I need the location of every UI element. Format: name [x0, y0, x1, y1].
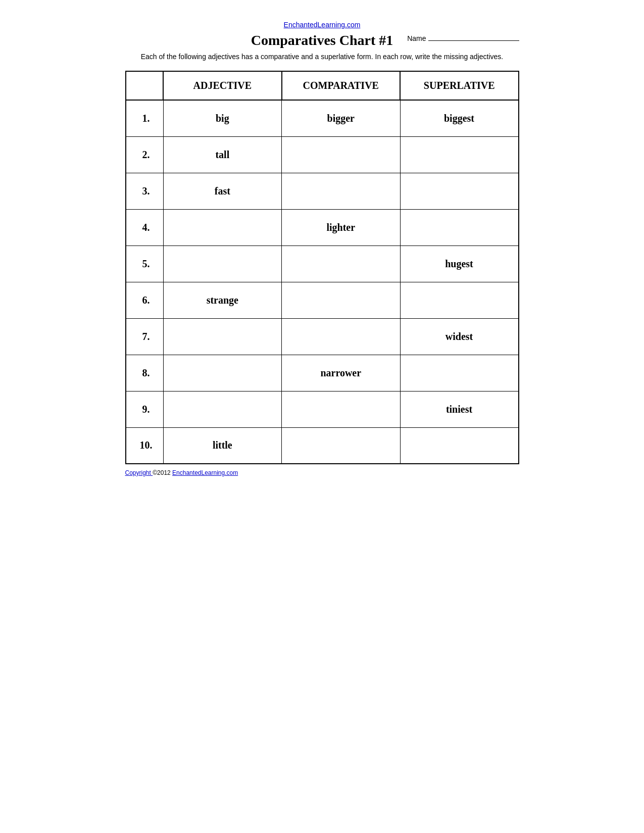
cell-comparative	[282, 246, 400, 282]
copyright-year: ©2012	[153, 469, 171, 476]
row-number: 9.	[126, 391, 164, 427]
site-link[interactable]: EnchantedLearning.com	[125, 20, 519, 29]
cell-adjective	[163, 391, 281, 427]
cell-comparative	[282, 391, 400, 427]
cell-adjective: tall	[163, 136, 281, 173]
chart-table: ADJECTIVE COMPARATIVE SUPERLATIVE 1.bigb…	[125, 71, 519, 464]
cell-superlative: tiniest	[400, 391, 519, 427]
row-number: 5.	[126, 246, 164, 282]
row-number: 3.	[126, 173, 164, 209]
cell-adjective: strange	[163, 282, 281, 318]
cell-comparative: narrower	[282, 355, 400, 391]
row-number: 2.	[126, 136, 164, 173]
table-row: 3.fast	[126, 173, 519, 209]
cell-adjective	[163, 355, 281, 391]
name-line[interactable]	[428, 40, 519, 41]
cell-adjective: little	[163, 427, 281, 464]
cell-superlative	[400, 136, 519, 173]
cell-superlative	[400, 355, 519, 391]
name-label: Name	[407, 34, 426, 42]
page: EnchantedLearning.com Comparatives Chart…	[105, 10, 539, 492]
cell-comparative	[282, 282, 400, 318]
cell-adjective	[163, 209, 281, 246]
cell-adjective: fast	[163, 173, 281, 209]
table-row: 7.widest	[126, 318, 519, 355]
col-header-comparative: COMPARATIVE	[282, 71, 400, 100]
site-url[interactable]: EnchantedLearning.com	[284, 21, 361, 29]
cell-comparative	[282, 318, 400, 355]
table-row: 6.strange	[126, 282, 519, 318]
cell-adjective	[163, 246, 281, 282]
row-number: 7.	[126, 318, 164, 355]
row-number: 8.	[126, 355, 164, 391]
table-header-row: ADJECTIVE COMPARATIVE SUPERLATIVE	[126, 71, 519, 100]
cell-superlative: hugest	[400, 246, 519, 282]
table-row: 2.tall	[126, 136, 519, 173]
col-header-adjective: ADJECTIVE	[163, 71, 281, 100]
cell-comparative	[282, 427, 400, 464]
table-row: 9.tiniest	[126, 391, 519, 427]
cell-comparative	[282, 173, 400, 209]
table-row: 10.little	[126, 427, 519, 464]
table-row: 5.hugest	[126, 246, 519, 282]
table-row: 4.lighter	[126, 209, 519, 246]
col-header-num	[126, 71, 164, 100]
cell-superlative	[400, 209, 519, 246]
col-header-superlative: SUPERLATIVE	[400, 71, 519, 100]
footer-site-link[interactable]: EnchantedLearning.com	[172, 469, 238, 476]
subtitle: Each of the following adjectives has a c…	[125, 53, 519, 61]
cell-comparative: lighter	[282, 209, 400, 246]
table-row: 8.narrower	[126, 355, 519, 391]
cell-superlative: widest	[400, 318, 519, 355]
cell-superlative	[400, 282, 519, 318]
cell-comparative: bigger	[282, 100, 400, 136]
row-number: 6.	[126, 282, 164, 318]
title-area: Comparatives Chart #1 Name	[125, 32, 519, 48]
row-number: 4.	[126, 209, 164, 246]
row-number: 10.	[126, 427, 164, 464]
table-row: 1.bigbiggerbiggest	[126, 100, 519, 136]
footer: Copyright ©2012 EnchantedLearning.com	[125, 469, 519, 476]
cell-superlative: biggest	[400, 100, 519, 136]
row-number: 1.	[126, 100, 164, 136]
cell-adjective: big	[163, 100, 281, 136]
cell-superlative	[400, 427, 519, 464]
cell-comparative	[282, 136, 400, 173]
copyright-link[interactable]: Copyright	[125, 469, 153, 476]
cell-adjective	[163, 318, 281, 355]
name-field: Name	[407, 34, 519, 42]
cell-superlative	[400, 173, 519, 209]
copyright-text: Copyright	[125, 469, 151, 476]
